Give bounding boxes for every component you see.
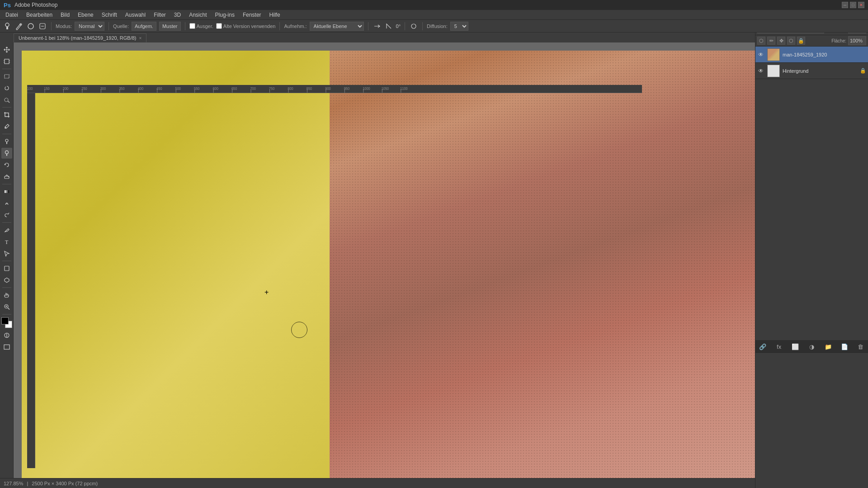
right-panel: Ebenen Kanäle Pfade 3D ≡ A fx T ⬡ 🔒 Norm… xyxy=(755,0,868,488)
path-select-tool[interactable] xyxy=(1,248,12,259)
status-separator: | xyxy=(27,481,28,486)
apply-select[interactable]: Aktuelle Ebene xyxy=(310,22,364,31)
zoom-tool[interactable] xyxy=(1,301,12,312)
svg-text:250: 250 xyxy=(81,87,87,91)
title-bar-controls[interactable]: ─ □ ✕ xyxy=(842,2,864,8)
angle-value: 0° xyxy=(396,23,401,29)
add-mask-button[interactable]: ⬜ xyxy=(791,342,800,351)
svg-text:350: 350 xyxy=(119,87,125,91)
svg-text:800: 800 xyxy=(288,87,293,91)
mode-select[interactable]: Normal xyxy=(75,22,104,31)
healing-brush-tool[interactable] xyxy=(1,136,12,147)
close-button[interactable]: ✕ xyxy=(858,2,864,8)
tab-label: Unbenannt-1 bei 128% (man-1845259_1920, … xyxy=(19,35,137,41)
crop-tool[interactable] xyxy=(1,109,12,120)
lock-image-icon[interactable]: ✏ xyxy=(767,37,775,45)
menu-datei[interactable]: Datei xyxy=(2,11,22,19)
rectangular-marquee-tool[interactable] xyxy=(1,71,12,82)
menu-filter[interactable]: Filter xyxy=(150,11,170,19)
lock-artboard-icon[interactable]: ⬡ xyxy=(787,37,795,45)
source-aufgem-button[interactable]: Aufgem. xyxy=(132,22,156,31)
healing-mode-icon[interactable] xyxy=(409,22,418,31)
lock-all-icon[interactable]: 🔒 xyxy=(797,37,805,45)
image-skin-area xyxy=(330,51,755,478)
angle-icon[interactable] xyxy=(384,22,393,31)
menu-ebene[interactable]: Ebene xyxy=(74,11,97,19)
menu-bearbeiten[interactable]: Bearbeiten xyxy=(23,11,56,19)
menu-schrift[interactable]: Schrift xyxy=(98,11,121,19)
image-canvas[interactable] xyxy=(22,51,755,478)
lasso-tool[interactable] xyxy=(1,83,12,94)
options-separator-1 xyxy=(51,22,52,30)
clone-stamp-tool[interactable] xyxy=(1,148,12,159)
menu-3d[interactable]: 3D xyxy=(170,11,184,19)
color-swatches[interactable] xyxy=(1,317,12,328)
svg-point-8 xyxy=(5,98,8,102)
blur-tool[interactable] xyxy=(1,198,12,209)
svg-text:550: 550 xyxy=(194,87,200,91)
history-brush-tool[interactable] xyxy=(1,160,12,170)
dodge-tool[interactable] xyxy=(1,210,12,221)
svg-text:1000: 1000 xyxy=(363,87,370,91)
menu-hilfe[interactable]: Hilfe xyxy=(266,11,284,19)
canvas-content[interactable] xyxy=(22,51,755,478)
fill-input[interactable] xyxy=(848,36,866,45)
lock-transparent-icon[interactable]: ⬡ xyxy=(757,37,765,45)
tool-separator-8 xyxy=(2,314,11,314)
layer-visibility-toggle[interactable]: 👁 xyxy=(757,51,764,58)
brush-preset-icon[interactable] xyxy=(26,22,35,31)
screen-mode-tool[interactable] xyxy=(1,342,12,352)
tool-separator-6 xyxy=(2,261,11,261)
layer-item[interactable]: 👁 Hintergrund 🔒 xyxy=(755,63,868,79)
svg-point-5 xyxy=(411,24,416,28)
quick-mask-tool[interactable] xyxy=(1,330,12,341)
stamp-tool-icon[interactable] xyxy=(3,22,12,31)
pen-tool[interactable] xyxy=(1,225,12,235)
document-size: 2500 Px × 3400 Px (72 ppcm) xyxy=(32,481,98,486)
3d-tool[interactable] xyxy=(1,275,12,286)
brush-tool-icon[interactable] xyxy=(14,22,24,31)
eyedropper-tool[interactable] xyxy=(1,121,12,132)
old-version-checkbox[interactable] xyxy=(216,23,222,29)
menu-bild[interactable]: Bild xyxy=(57,11,73,19)
layer-name: Hintergrund xyxy=(783,68,857,74)
eraser-tool[interactable] xyxy=(1,171,12,182)
document-tab[interactable]: Unbenannt-1 bei 128% (man-1845259_1920, … xyxy=(14,33,146,42)
new-adjustment-button[interactable]: ◑ xyxy=(807,342,816,351)
aligned-checkbox-wrap: Ausger. xyxy=(189,23,213,29)
flip-icon[interactable] xyxy=(373,22,382,31)
canvas-area[interactable]: 100 150 200 250 300 350 400 450 500 550 … xyxy=(14,42,755,478)
menu-plugins[interactable]: Plug-ins xyxy=(212,11,238,19)
artboard-tool[interactable] xyxy=(1,56,12,67)
delete-layer-button[interactable]: 🗑 xyxy=(856,342,865,351)
menu-fenster[interactable]: Fenster xyxy=(239,11,265,19)
svg-text:150: 150 xyxy=(44,87,50,91)
menu-ansicht[interactable]: Ansicht xyxy=(185,11,210,19)
diffusion-select[interactable]: 5 xyxy=(450,22,468,31)
type-tool[interactable]: T xyxy=(1,236,12,247)
add-layer-style-button[interactable]: fx xyxy=(774,342,783,351)
aligned-checkbox[interactable] xyxy=(189,23,195,29)
ruler-top: 100 150 200 250 300 350 400 450 500 550 … xyxy=(27,85,642,93)
lock-position-icon[interactable]: ✥ xyxy=(777,37,785,45)
minimize-button[interactable]: ─ xyxy=(842,2,848,8)
tool-mode-icon[interactable] xyxy=(38,22,47,31)
new-group-button[interactable]: 📁 xyxy=(824,342,833,351)
source-muster-button[interactable]: Muster xyxy=(159,22,181,31)
tab-close-button[interactable]: × xyxy=(139,36,142,41)
shape-tool[interactable] xyxy=(1,263,12,274)
link-layers-button[interactable]: 🔗 xyxy=(758,342,767,351)
foreground-color-swatch[interactable] xyxy=(1,317,9,324)
apply-label: Aufnehm.: xyxy=(284,23,307,29)
new-layer-button[interactable]: 📄 xyxy=(840,342,849,351)
layer-visibility-toggle[interactable]: 👁 xyxy=(757,67,764,75)
layer-item[interactable]: 👁 man-1845259_1920 xyxy=(755,47,868,63)
quick-select-tool[interactable] xyxy=(1,94,12,105)
maximize-button[interactable]: □ xyxy=(850,2,856,8)
menu-auswahl[interactable]: Auswahl xyxy=(122,11,149,19)
gradient-tool[interactable] xyxy=(1,186,12,197)
zoom-percentage: 127.85% xyxy=(4,481,23,486)
move-tool[interactable] xyxy=(1,44,12,55)
mode-label: Modus: xyxy=(56,23,72,29)
hand-tool[interactable] xyxy=(1,290,12,300)
